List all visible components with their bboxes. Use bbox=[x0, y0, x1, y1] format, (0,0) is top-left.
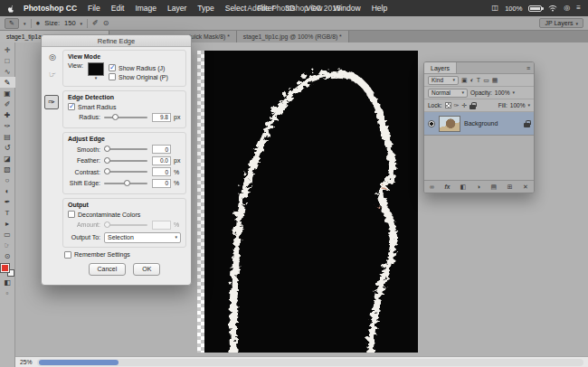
fill-caret-icon[interactable]: ▾ bbox=[527, 103, 530, 108]
menu-item-layer[interactable]: Layer bbox=[162, 4, 192, 13]
checkbox-box[interactable]: ✓ bbox=[109, 64, 116, 71]
menu-item-help[interactable]: Help bbox=[366, 4, 393, 13]
opacity-value[interactable]: 100% bbox=[495, 89, 510, 96]
view-mode-picker[interactable]: ▾ bbox=[88, 62, 104, 80]
zoom-tool[interactable]: ⊙ bbox=[0, 250, 15, 261]
zoom-level[interactable]: 25% bbox=[20, 359, 33, 365]
menu-item-image[interactable]: Image bbox=[129, 4, 162, 13]
layer-visibility-eye-icon[interactable] bbox=[428, 120, 435, 127]
add-layer-mask-icon[interactable]: ◧ bbox=[460, 184, 467, 191]
adjustment-layer-icon[interactable]: ◑ bbox=[477, 184, 480, 190]
cancel-button[interactable]: Cancel bbox=[89, 263, 127, 276]
marquee-tool[interactable]: □ bbox=[0, 55, 15, 66]
history-brush-tool[interactable]: ↺ bbox=[0, 142, 15, 153]
shift-edge-slider[interactable] bbox=[104, 183, 147, 184]
feather-slider[interactable] bbox=[104, 160, 147, 162]
view-mode-thumbnail[interactable] bbox=[88, 62, 104, 76]
checkbox-box[interactable] bbox=[109, 73, 116, 80]
filter-type-layers-icon[interactable]: T bbox=[477, 77, 480, 83]
shift-edge-value-field[interactable]: 0 bbox=[152, 179, 171, 188]
brush-tool[interactable]: ✑ bbox=[0, 120, 15, 131]
tool-preset-caret-icon[interactable]: ▾ bbox=[24, 21, 26, 26]
smart-radius-checkbox[interactable]: ✓ Smart Radius bbox=[68, 103, 181, 110]
apple-menu[interactable] bbox=[7, 4, 14, 13]
layer-thumbnail[interactable] bbox=[439, 116, 460, 132]
document-canvas[interactable] bbox=[197, 51, 418, 353]
checkbox-box[interactable] bbox=[68, 211, 75, 218]
gradient-tool[interactable]: ▧ bbox=[0, 164, 15, 174]
pen-tool[interactable]: ✒ bbox=[0, 196, 15, 207]
fill-value[interactable]: 100% bbox=[510, 102, 526, 108]
menu-item-type[interactable]: Type bbox=[192, 4, 219, 13]
ok-button[interactable]: OK bbox=[133, 263, 160, 276]
brush-size-caret-icon[interactable]: ▾ bbox=[81, 21, 83, 26]
layer-row-background[interactable]: Background bbox=[424, 112, 534, 136]
lock-transparency-icon[interactable] bbox=[445, 102, 451, 108]
crop-tool[interactable]: ▣ bbox=[0, 88, 15, 99]
hand-tool[interactable]: ☞ bbox=[0, 240, 15, 250]
radius-value-field[interactable]: 9.8 bbox=[152, 113, 171, 122]
eyedropper-tool[interactable]: ✐ bbox=[0, 99, 15, 109]
contrast-slider[interactable] bbox=[104, 171, 147, 173]
output-to-dropdown[interactable]: Selection ▾ bbox=[104, 232, 181, 243]
document-tab-3[interactable]: stage1_tip1c.jpg @ 100% (RGB/8) * bbox=[237, 31, 349, 42]
layers-tab[interactable]: Layers bbox=[424, 62, 457, 73]
dialog-zoom-tool-icon[interactable]: ◎ bbox=[46, 51, 59, 62]
clone-stamp-tool[interactable]: ▤ bbox=[0, 131, 15, 142]
lock-paint-icon[interactable]: ✑ bbox=[454, 102, 460, 109]
lock-all-icon[interactable] bbox=[469, 102, 476, 109]
slider-thumb[interactable] bbox=[124, 180, 130, 186]
system-panel-icon[interactable]: ◫ bbox=[492, 5, 499, 12]
new-group-icon[interactable]: ▤ bbox=[491, 184, 498, 191]
type-tool[interactable]: T bbox=[0, 207, 15, 218]
scrollbar-thumb[interactable] bbox=[39, 360, 119, 365]
link-layers-icon[interactable]: ∞ bbox=[430, 184, 434, 190]
shape-tool[interactable]: ▭ bbox=[0, 229, 15, 240]
blend-mode-dropdown[interactable]: Normal ▾ bbox=[428, 89, 468, 98]
dialog-hand-tool-icon[interactable]: ☞ bbox=[46, 68, 59, 80]
healing-brush-tool[interactable]: ✚ bbox=[0, 109, 15, 120]
feather-value-field[interactable]: 0.0 bbox=[152, 156, 171, 165]
dodge-tool[interactable]: ◐ bbox=[0, 185, 15, 196]
new-layer-icon[interactable]: ⊞ bbox=[507, 184, 513, 191]
brush-size-value[interactable]: 150 bbox=[64, 19, 76, 27]
show-original-checkbox[interactable]: Show Original (P) bbox=[109, 73, 168, 80]
quick-selection-tool[interactable]: ✎ bbox=[0, 77, 15, 88]
lock-position-icon[interactable]: ✛ bbox=[461, 102, 467, 109]
refine-radius-tool-button[interactable]: ✑ bbox=[44, 95, 59, 109]
filter-adjustment-layers-icon[interactable]: ◐ bbox=[470, 77, 474, 83]
checkbox-box[interactable]: ✓ bbox=[68, 103, 75, 110]
color-swatches[interactable] bbox=[1, 264, 14, 277]
screen-mode-icon[interactable]: ▫ bbox=[0, 287, 15, 298]
smooth-value-field[interactable]: 0 bbox=[152, 145, 171, 154]
quick-mask-icon[interactable]: ◧ bbox=[0, 277, 15, 287]
foreground-color-swatch[interactable] bbox=[1, 264, 9, 272]
smooth-slider[interactable] bbox=[104, 148, 147, 150]
tool-preset-icon[interactable]: ✎ bbox=[5, 18, 19, 29]
filter-smart-object-icon[interactable]: ▦ bbox=[492, 77, 498, 84]
menu-item-edit[interactable]: Edit bbox=[106, 4, 130, 13]
remember-settings-checkbox[interactable]: Remember Settings bbox=[64, 251, 186, 259]
tablet-pressure-size-icon[interactable]: ⊙ bbox=[103, 19, 109, 27]
radius-slider[interactable] bbox=[104, 117, 147, 118]
contrast-value-field[interactable]: 0 bbox=[152, 167, 171, 176]
checkbox-box[interactable] bbox=[64, 251, 71, 259]
slider-thumb[interactable] bbox=[104, 157, 110, 164]
brush-preview-icon[interactable]: ● bbox=[36, 19, 41, 27]
layer-style-fx-icon[interactable]: fx bbox=[444, 184, 450, 190]
blur-tool[interactable]: ○ bbox=[0, 174, 15, 185]
menu-item-photoshop[interactable]: Photoshop CC bbox=[18, 4, 82, 13]
delete-layer-icon[interactable]: ✕ bbox=[523, 184, 528, 191]
workspace-switcher[interactable]: JP Layers ▾ bbox=[539, 18, 583, 28]
spotlight-icon[interactable]: ◎ bbox=[564, 5, 570, 12]
filter-kind-dropdown[interactable]: Kind ▾ bbox=[428, 76, 459, 85]
wifi-icon[interactable] bbox=[548, 5, 557, 12]
slider-thumb[interactable] bbox=[112, 114, 119, 120]
slider-thumb[interactable] bbox=[104, 146, 110, 152]
move-tool[interactable]: ✛ bbox=[0, 44, 15, 55]
decontaminate-colors-checkbox[interactable]: Decontaminate Colors bbox=[68, 211, 181, 218]
path-selection-tool[interactable]: ▸ bbox=[0, 218, 15, 229]
menu-item-file[interactable]: File bbox=[82, 4, 106, 13]
lasso-tool[interactable]: ∿ bbox=[0, 66, 15, 77]
eraser-tool[interactable]: ◪ bbox=[0, 153, 15, 164]
